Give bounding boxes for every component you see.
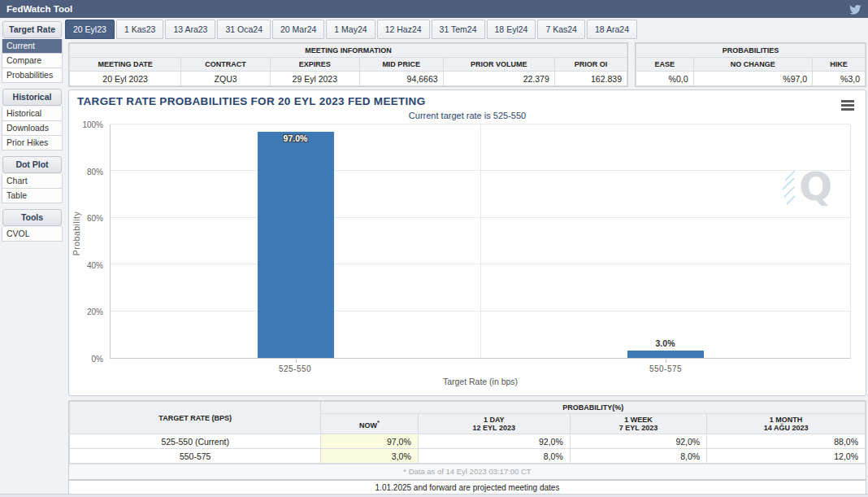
x-axis-tick-label: 550-575 [621,364,710,373]
probability-cell: 88,0% [707,434,866,449]
probabilities-col-hike: HIKE [813,58,866,72]
probability-history-table: TARGET RATE (BPS)PROBABILITY(%)NOW*1 DAY… [68,400,866,480]
target-rate-cell: 525-550 (Current) [70,434,321,449]
probabilities-header: PROBABILITIES [636,44,866,58]
tab-31-oca24[interactable]: 31 Oca24 [217,20,271,39]
sidebar-item-probabilities[interactable]: Probabilities [2,68,63,83]
sidebar-section-tools: Tools [2,209,62,226]
sidebar-gap [2,203,63,209]
probabilities-value-ease: %0,0 [636,72,694,86]
y-axis-tick-label: 80% [69,168,103,177]
probabilities-col-ease: EASE [636,58,694,72]
tab-20-mar24[interactable]: 20 Mar24 [272,20,324,39]
sidebar-item-compare[interactable]: Compare [2,54,63,68]
probability-group-header: PROBABILITY(%) [321,402,866,414]
probabilities-value-no-change: %97,0 [693,72,813,86]
gridline-v [480,124,481,358]
tab-31-tem24[interactable]: 31 Tem24 [432,20,485,39]
quikstrike-watermark-icon: Q [783,165,832,212]
y-axis-tick-label: 0% [69,355,103,364]
col-header-1-week: 1 WEEK7 EYL 2023 [570,414,706,434]
meeting-info-col-contract: CONTRACT [181,58,271,72]
probabilities-value-hike: %3,0 [813,72,866,86]
meeting-info-col-prior-oi: PRIOR OI [554,58,627,72]
data-as-of-note: * Data as of 14 Eyl 2023 03:17:00 CT [69,464,866,479]
sidebar-gap [2,150,63,156]
meeting-info-col-meeting-date: MEETING DATE [70,58,181,72]
col-target-rate-header: TARGET RATE (BPS) [70,402,321,434]
meeting-info-header: MEETING INFORMATION [70,44,627,58]
meeting-info-col-prior-volume: PRIOR VOLUME [443,58,554,72]
y-axis-tick-label: 20% [69,307,103,316]
meeting-info-value-meeting-date: 20 Eyl 2023 [70,72,181,86]
target-rate-cell: 550-575 [70,449,321,464]
sidebar-section-target-rate: Target Rate [2,21,62,38]
sidebar-item-downloads[interactable]: Downloads [2,121,63,136]
sidebar-item-historical[interactable]: Historical [2,107,63,121]
tab-1-kas23[interactable]: 1 Kas23 [116,20,164,39]
meeting-info-value-contract: ZQU3 [181,72,271,86]
bar-value-label: 3.0% [627,338,704,348]
meeting-info-value-mid-price: 94,6663 [359,72,443,86]
table-row-525-550-current-: 525-550 (Current)97,0%92,0%92,0%88,0% [70,434,866,449]
meeting-info-value-prior-volume: 22.379 [443,72,554,86]
app-title: FedWatch Tool [7,4,72,14]
tab-12-haz24[interactable]: 12 Haz24 [377,20,430,39]
meeting-info-col-mid-price: MID PRICE [359,58,443,72]
sidebar-item-current[interactable]: Current [2,39,63,54]
chart-panel: TARGET RATE PROBABILITIES FOR 20 EYL 202… [68,89,866,396]
probability-cell: 92,0% [418,434,570,449]
meeting-date-tabstrip: 20 Eyl231 Kas2313 Ara2331 Oca2420 Mar241… [65,20,868,39]
meeting-info-value-prior-oi: 162.839 [554,72,627,86]
y-axis-tick-label: 40% [69,261,103,270]
sidebar: Target RateCurrentCompareProbabilitiesHi… [2,21,63,242]
probability-cell: 97,0% [321,434,418,449]
probabilities-summary-table: PROBABILITIESEASENO CHANGEHIKE%0,0%97,0%… [635,42,866,87]
sidebar-gap [2,83,63,89]
tab-7-kas24[interactable]: 7 Kas24 [537,20,585,39]
meeting-info-col-expires: EXPIRES [270,58,359,72]
col-header-1-month: 1 MONTH14 AĞU 2023 [707,414,866,434]
bar-value-label: 97.0% [258,133,334,143]
x-axis-tick-label: 525-550 [250,364,340,373]
fedwatch-app: FedWatch Tool 20 Eyl231 Kas2313 Ara2331 … [0,0,868,497]
probabilities-col-no-change: NO CHANGE [693,58,813,72]
tab-20-eyl23[interactable]: 20 Eyl23 [65,20,115,39]
probability-bar-550-575 [627,351,704,358]
sidebar-section-historical: Historical [2,89,62,106]
tab-13-ara23[interactable]: 13 Ara23 [165,20,215,39]
sidebar-item-table[interactable]: Table [2,189,63,203]
y-axis: 0%20%40%60%80%100% [69,124,106,359]
y-axis-tick-label: 100% [69,120,103,129]
sidebar-item-prior-hikes[interactable]: Prior Hikes [2,136,63,150]
probability-cell: 12,0% [707,449,866,464]
sidebar-section-dot-plot: Dot Plot [2,156,62,173]
tab-1-may24[interactable]: 1 May24 [326,20,375,39]
col-header-now: NOW* [321,414,418,434]
probability-cell: 8,0% [418,449,570,464]
sidebar-item-cvol[interactable]: CVOL [2,227,63,242]
chart-subtitle: Current target rate is 525-550 [69,111,866,120]
probability-cell: 8,0% [570,449,706,464]
tab-18-eyl24[interactable]: 18 Eyl24 [487,20,536,39]
bottom-strip [0,494,868,497]
plot-area: Q 97.0%3.0% [110,124,851,359]
tab-18-ara24[interactable]: 18 Ara24 [587,20,637,39]
chart-title: TARGET RATE PROBABILITIES FOR 20 EYL 202… [77,95,425,107]
y-axis-tick-label: 60% [69,214,103,223]
title-bar: FedWatch Tool [0,0,868,18]
meeting-info-table: MEETING INFORMATIONMEETING DATECONTRACTE… [68,42,628,87]
probability-bar-525-550: 97.0% [258,132,334,358]
sidebar-item-chart[interactable]: Chart [2,174,63,189]
col-header-1-day: 1 DAY12 EYL 2023 [418,414,570,434]
probability-cell: 3,0% [321,449,418,464]
table-row-550-575: 550-5753,0%8,0%8,0%12,0% [70,449,866,464]
x-axis: 525-550550-575 [110,360,851,373]
meeting-info-value-expires: 29 Eyl 2023 [270,72,359,86]
x-axis-title: Target Rate (in bps) [110,377,851,386]
probability-cell: 92,0% [570,434,706,449]
twitter-icon[interactable] [849,3,861,15]
